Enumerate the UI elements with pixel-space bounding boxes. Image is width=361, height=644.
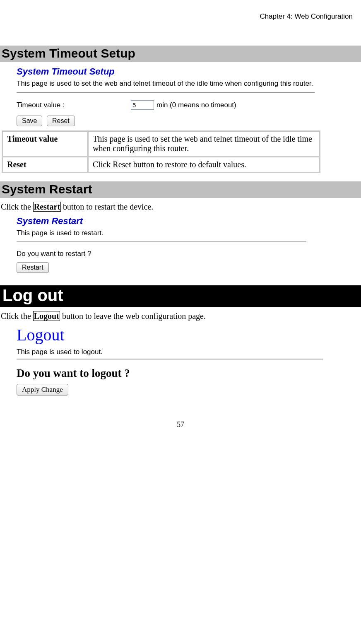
divider bbox=[17, 241, 306, 242]
page-header-chapter: Chapter 4: Web Configuration bbox=[0, 12, 361, 46]
param-key: Reset bbox=[2, 157, 87, 172]
screenshot-description: This page is used to restart. bbox=[17, 229, 361, 237]
timeout-value-input[interactable] bbox=[131, 100, 154, 110]
divider bbox=[17, 359, 323, 359]
screenshot-description: This page is used to set the web and tel… bbox=[17, 80, 361, 88]
timeout-value-label: Timeout value : bbox=[17, 101, 128, 109]
table-row: Timeout value This page is used to set t… bbox=[2, 131, 320, 156]
apply-change-button[interactable]: Apply Change bbox=[17, 384, 68, 396]
restart-button[interactable]: Restart bbox=[17, 262, 49, 273]
logout-boxed-label: Logout bbox=[33, 311, 60, 321]
text-fragment: button to leave the web configuration pa… bbox=[60, 311, 206, 321]
heading-log-out: Log out bbox=[0, 285, 361, 307]
restart-question-text: Do you want to restart ? bbox=[17, 250, 361, 258]
screenshot-title: System Restart bbox=[17, 216, 361, 227]
logout-intro-text: Click the Logout button to leave the web… bbox=[1, 311, 361, 321]
text-fragment: button to restart the device. bbox=[61, 202, 153, 211]
text-fragment: Click the bbox=[1, 311, 33, 321]
param-value: Click Reset button to restore to default… bbox=[88, 157, 320, 172]
restart-boxed-label: Restart bbox=[33, 202, 61, 212]
screenshot-title: Logout bbox=[17, 325, 331, 345]
restart-intro-text: Click the Restart button to restart the … bbox=[1, 202, 361, 212]
screenshot-title: System Timeout Setup bbox=[17, 66, 361, 77]
page-number: 57 bbox=[0, 420, 361, 429]
save-button[interactable]: Save bbox=[17, 116, 42, 126]
logout-question-text: Do you want to logout ? bbox=[17, 367, 331, 380]
divider bbox=[17, 92, 315, 93]
screenshot-logout: Logout This page is used to logout. Do y… bbox=[17, 325, 331, 396]
text-fragment: Click the bbox=[1, 202, 33, 211]
table-row: Reset Click Reset button to restore to d… bbox=[2, 157, 320, 172]
screenshot-timeout-setup: System Timeout Setup This page is used t… bbox=[17, 66, 361, 126]
screenshot-system-restart: System Restart This page is used to rest… bbox=[17, 216, 361, 273]
param-value: This page is used to set the web and tel… bbox=[88, 131, 320, 156]
param-key: Timeout value bbox=[2, 131, 87, 156]
reset-button[interactable]: Reset bbox=[47, 116, 75, 126]
timeout-hint-text: min (0 means no timeout) bbox=[156, 101, 236, 109]
parameter-table: Timeout value This page is used to set t… bbox=[2, 130, 320, 173]
heading-system-timeout-setup: System Timeout Setup bbox=[0, 46, 361, 62]
screenshot-description: This page is used to logout. bbox=[17, 348, 331, 356]
heading-system-restart: System Restart bbox=[0, 181, 361, 198]
